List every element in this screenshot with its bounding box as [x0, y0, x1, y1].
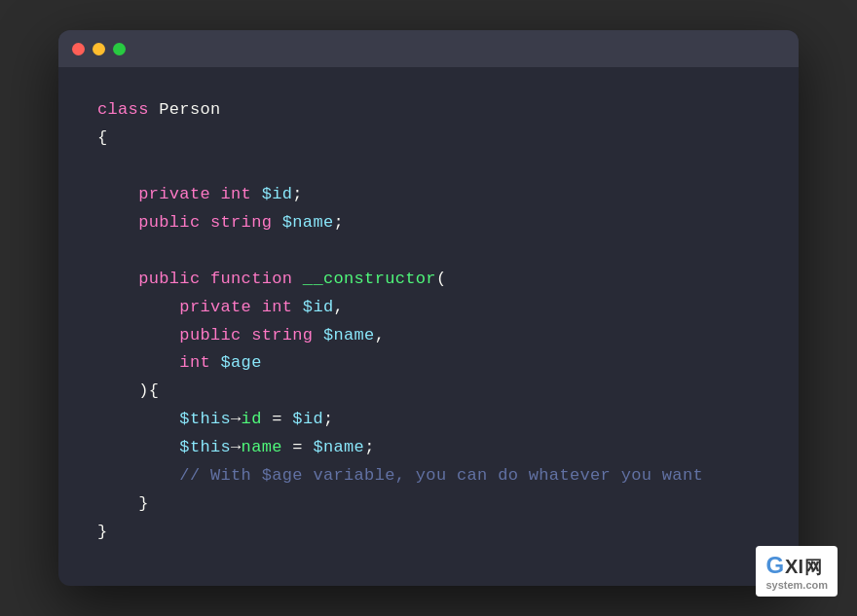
code-line-11: ){ — [97, 378, 760, 406]
code-line-1: class Person — [97, 96, 760, 125]
code-line-12: $this→id = $id; — [97, 406, 760, 434]
code-line-10: int $age — [97, 349, 760, 378]
minimize-button[interactable] — [93, 43, 105, 55]
blank-line-2 — [97, 237, 760, 266]
watermark-net: 网 — [804, 556, 822, 579]
code-line-16: } — [97, 519, 760, 547]
titlebar — [58, 30, 799, 67]
code-line-5: public string $name; — [97, 209, 760, 237]
code-line-2: { — [97, 125, 760, 153]
watermark-url: system.com — [765, 579, 828, 591]
maximize-button[interactable] — [113, 43, 126, 55]
code-line-14: // With $age variable, you can do whatev… — [97, 462, 760, 490]
code-line-9: public string $name, — [97, 322, 760, 350]
code-line-8: private int $id, — [97, 294, 760, 322]
close-button[interactable] — [72, 43, 85, 55]
blank-line-1 — [97, 153, 760, 181]
code-line-15: } — [97, 490, 760, 519]
code-line-7: public function __constructor( — [97, 266, 760, 294]
code-line-13: $this→name = $name; — [97, 434, 760, 462]
code-editor: class Person { private int $id; public s… — [58, 67, 799, 585]
watermark-g: G — [765, 552, 784, 579]
code-line-4: private int $id; — [97, 181, 760, 209]
watermark-xi: XI — [785, 556, 803, 578]
code-window: class Person { private int $id; public s… — [58, 30, 799, 585]
watermark: G XI 网 system.com — [756, 546, 838, 597]
